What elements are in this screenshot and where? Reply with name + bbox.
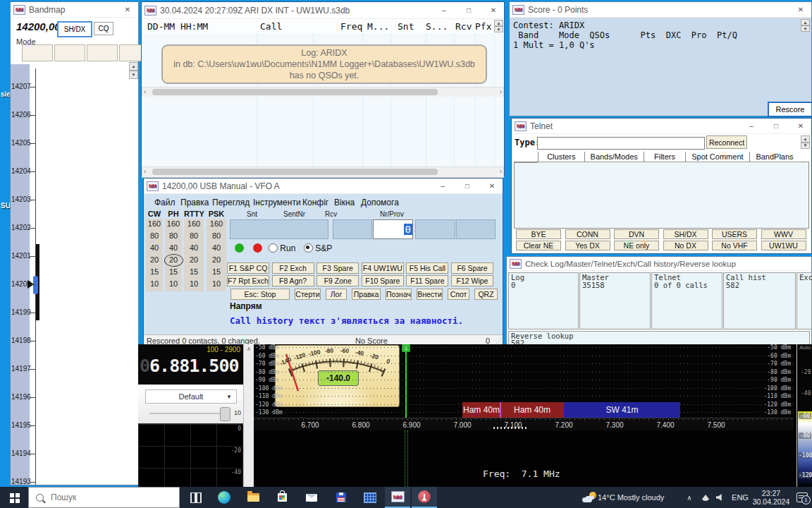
- close-icon[interactable]: ✕: [790, 2, 811, 17]
- tuning-marker-flag[interactable]: 1: [402, 344, 410, 352]
- sdr-spectrum[interactable]: -140.0 -140-120-100-80-60-40-200 1 -50 d…: [254, 344, 794, 430]
- edge-browser-icon[interactable]: [211, 487, 237, 508]
- minimize-icon[interactable]: –: [432, 179, 453, 193]
- telnet-button[interactable]: No VHF: [712, 241, 757, 250]
- action-button[interactable]: Спот: [448, 289, 469, 300]
- weather-text[interactable]: 14°C Mostly cloudy: [598, 487, 681, 508]
- close-icon[interactable]: ✕: [790, 119, 811, 133]
- log-hscrollbar-2[interactable]: ‹ ›: [142, 167, 504, 178]
- menu-item[interactable]: Файл: [154, 198, 176, 207]
- score-spinner[interactable]: ▲ ▼: [801, 19, 810, 32]
- action-button[interactable]: Познач: [386, 289, 412, 300]
- fkey-button[interactable]: F7 Rpt Exch: [227, 275, 269, 286]
- action-button[interactable]: QRZ: [474, 289, 498, 300]
- band-button[interactable]: 160: [146, 219, 163, 228]
- telnet-tab[interactable]: Bands/Modes: [584, 152, 644, 162]
- action-button[interactable]: Внести: [417, 289, 443, 300]
- sentnr-input[interactable]: 0: [373, 219, 413, 239]
- band-button[interactable]: 20: [184, 255, 204, 264]
- minimize-icon[interactable]: –: [433, 2, 455, 18]
- fkey-button[interactable]: F2 Exch: [272, 262, 314, 274]
- band-button[interactable]: 40: [165, 243, 182, 252]
- run-radio[interactable]: Run: [269, 243, 295, 253]
- fkey-button[interactable]: F1 S&P CQ: [227, 262, 269, 274]
- weather-icon[interactable]: [581, 487, 598, 508]
- wifi-icon[interactable]: [699, 487, 712, 508]
- band-button[interactable]: 10: [146, 279, 163, 288]
- telnet-button[interactable]: SH/DX: [663, 229, 708, 239]
- log-spinner[interactable]: ▲ ▼: [494, 20, 503, 32]
- spreadsheet-app-icon[interactable]: [357, 487, 383, 508]
- tuning-marker-line[interactable]: [405, 346, 407, 418]
- microsoft-store-icon[interactable]: [269, 487, 295, 508]
- menu-item[interactable]: Інструменти: [253, 198, 301, 207]
- band-button[interactable]: 160: [165, 219, 182, 228]
- menu-item[interactable]: Правка: [180, 198, 209, 207]
- band-button[interactable]: 20: [146, 255, 163, 264]
- telnet-tab[interactable]: Spot Comment: [685, 152, 749, 162]
- spin-up-icon[interactable]: ▲: [494, 20, 503, 26]
- bandmap-mode-box[interactable]: [54, 44, 85, 61]
- freq-digit-dim[interactable]: 0: [140, 356, 149, 376]
- fkey-button[interactable]: F6 Spare: [451, 262, 493, 274]
- band-button[interactable]: 160: [184, 219, 204, 228]
- entry-titlebar[interactable]: NM 14200,00 USB Manual - VFO A – □ ✕: [144, 179, 503, 194]
- log-column-header[interactable]: Freq: [340, 21, 362, 32]
- telnet-tab[interactable]: BandPlans: [749, 152, 800, 162]
- menu-item[interactable]: Конфіг: [302, 198, 328, 207]
- log-column-header[interactable]: Call: [260, 21, 282, 32]
- menu-item[interactable]: Вікна: [334, 198, 355, 207]
- log-column-header[interactable]: M...: [367, 21, 389, 32]
- telnet-button[interactable]: USERS: [712, 229, 757, 239]
- spin-down-icon[interactable]: ▼: [801, 25, 810, 32]
- sdr-app-icon[interactable]: [412, 487, 437, 508]
- fkey-button[interactable]: F3 Spare: [316, 262, 359, 274]
- gain-slider-thumb[interactable]: [220, 407, 230, 421]
- file-explorer-icon[interactable]: [240, 487, 266, 508]
- chevron-up-icon[interactable]: ∧: [244, 346, 254, 352]
- fkey-button[interactable]: F9 Zone: [316, 275, 359, 286]
- telnet-type-input[interactable]: [537, 137, 705, 150]
- band-button[interactable]: 80: [165, 231, 182, 240]
- spin-down-icon[interactable]: ▼: [801, 143, 810, 150]
- profile-select[interactable]: Default ▼: [145, 389, 237, 404]
- score-titlebar[interactable]: NM Score - 0 Points ✕: [510, 2, 811, 18]
- band-button[interactable]: 40: [207, 243, 226, 252]
- sp-radio[interactable]: S&P: [304, 243, 332, 253]
- sdr-waterfall[interactable]: Freq: 7.1 MHz: [254, 430, 794, 487]
- band-button[interactable]: 15: [207, 267, 226, 276]
- telnet-tab[interactable]: Clusters: [538, 152, 584, 162]
- maximize-icon[interactable]: □: [457, 179, 478, 193]
- band-button[interactable]: 15: [146, 267, 163, 276]
- spin-up-icon[interactable]: ▲: [801, 19, 810, 25]
- scrollbar-thumb[interactable]: [152, 89, 438, 95]
- log-column-header[interactable]: S...: [426, 21, 448, 32]
- band-button[interactable]: 40: [184, 243, 204, 252]
- radio-icon[interactable]: [269, 243, 278, 253]
- speaker-icon[interactable]: [713, 487, 726, 508]
- band-button[interactable]: 80: [207, 231, 226, 240]
- band-button[interactable]: 10: [165, 279, 182, 288]
- spin-up-icon[interactable]: ▲: [801, 135, 810, 143]
- band-button[interactable]: 160: [207, 219, 226, 228]
- bandmap-current-marker[interactable]: [33, 276, 38, 294]
- log-column-header[interactable]: Rcv: [455, 21, 472, 32]
- telnet-button[interactable]: Clear NE: [516, 241, 561, 250]
- gain-slider-track[interactable]: [149, 413, 228, 414]
- band-button[interactable]: 15: [184, 267, 204, 276]
- fkey-button[interactable]: F5 His Call: [406, 262, 448, 274]
- band-button[interactable]: 80: [146, 231, 163, 240]
- minimize-icon[interactable]: –: [741, 119, 762, 133]
- task-view-button[interactable]: [183, 487, 209, 508]
- check-titlebar[interactable]: NM Check Log/Master/Telnet/Exch/Call his…: [507, 257, 811, 271]
- nrprov-input[interactable]: [456, 219, 496, 239]
- snt-input[interactable]: [333, 219, 372, 239]
- telnet-button[interactable]: BYE: [516, 229, 561, 239]
- fkey-button[interactable]: F10 Spare: [362, 275, 404, 286]
- taskbar-search[interactable]: [28, 487, 180, 508]
- action-button[interactable]: Правка: [352, 289, 381, 300]
- tray-chevron-icon[interactable]: ∧: [684, 487, 695, 508]
- band-button[interactable]: 80: [184, 231, 204, 240]
- menu-item[interactable]: Допомога: [361, 198, 399, 207]
- telnet-button[interactable]: DVN: [614, 229, 659, 239]
